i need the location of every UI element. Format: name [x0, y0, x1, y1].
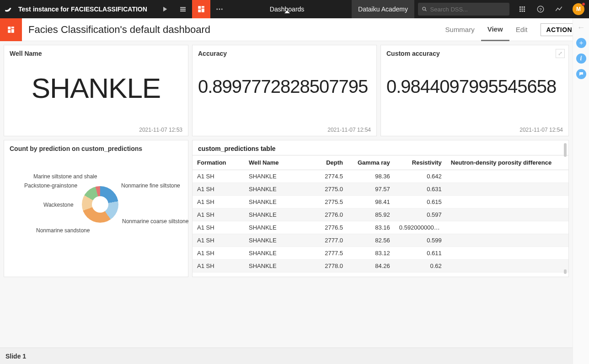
table-cell: 83.12	[348, 247, 395, 260]
dashboards-nav-button[interactable]	[192, 0, 210, 18]
donut-chart: Marine siltstone and shale Packstone-gra…	[4, 154, 188, 268]
tab-summary[interactable]: Summary	[439, 18, 481, 41]
academy-link[interactable]: Dataiku Academy	[352, 0, 414, 18]
tile-timestamp: 2021-11-07 12:53	[139, 127, 182, 133]
table-cell: 84.26	[348, 260, 395, 273]
table-cell: A1 SH	[193, 196, 244, 209]
expand-tile-button[interactable]: ⤢	[556, 49, 565, 58]
table-cell: 2778.0	[300, 260, 348, 273]
table-cell: 0.597	[395, 209, 446, 221]
table-cell: A1 SH	[193, 260, 244, 273]
tile-well-name[interactable]: Well Name SHANKLE 2021-11-07 12:53	[4, 45, 188, 136]
dashboard-canvas: Well Name SHANKLE 2021-11-07 12:53 Accur…	[0, 41, 573, 348]
comments-button[interactable]	[576, 69, 586, 79]
col-header[interactable]: Formation	[193, 155, 244, 170]
table-row[interactable]: A1 SHSHANKLE2777.082.560.599	[193, 234, 568, 247]
table-cell: 83.16	[348, 221, 395, 234]
jobs-button[interactable]	[174, 0, 192, 18]
tile-title: Count by prediction on custom_prediction…	[4, 140, 188, 154]
avatar-letter: M	[576, 6, 581, 12]
svg-point-2	[221, 9, 223, 10]
table-cell: 98.36	[348, 170, 395, 183]
table-cell: 2775.5	[300, 196, 348, 209]
table-cell: 0.615	[395, 196, 446, 209]
table-cell: A1 SH	[193, 183, 244, 196]
stack-icon	[179, 5, 187, 13]
svg-line-4	[425, 10, 427, 11]
tile-timestamp: 2021-11-07 12:54	[327, 127, 371, 133]
table-cell	[446, 247, 568, 260]
dashboard-title: Facies Classification's default dashboar…	[28, 24, 439, 36]
table-cell	[446, 260, 568, 273]
donut-ring	[82, 186, 118, 223]
table-cell: A1 SH	[193, 234, 244, 247]
dashboard-header: Facies Classification's default dashboar…	[0, 18, 589, 41]
col-header[interactable]: Gamma ray	[348, 155, 395, 170]
tile-predictions-table[interactable]: custom_predictions table Formation Well …	[192, 140, 569, 277]
table-cell: SHANKLE	[244, 221, 300, 234]
table-row[interactable]: A1 SHSHANKLE2775.097.570.631	[193, 183, 568, 196]
tab-edit[interactable]: Edit	[509, 18, 534, 41]
col-header[interactable]: Depth	[300, 155, 348, 170]
metric-value: SHANKLE	[4, 59, 188, 104]
table-row[interactable]: A1 SHSHANKLE2778.084.260.62	[193, 260, 568, 273]
play-button[interactable]	[155, 0, 174, 18]
search-icon	[422, 6, 428, 12]
table-cell: A1 SH	[193, 247, 244, 260]
table-row[interactable]: A1 SHSHANKLE2774.598.360.642	[193, 170, 568, 183]
add-button[interactable]: ＋	[576, 38, 586, 48]
table-row[interactable]: A1 SHSHANKLE2776.085.920.597	[193, 209, 568, 221]
table-cell: SHANKLE	[244, 209, 300, 221]
scroll-thumb[interactable]	[564, 143, 567, 157]
help-button[interactable]: ?	[531, 0, 550, 18]
table-scrollbar[interactable]	[564, 143, 567, 274]
apps-button[interactable]	[513, 0, 531, 18]
svg-point-1	[219, 9, 220, 10]
col-header[interactable]: Resistivity	[395, 155, 446, 170]
right-rail: ← ＋ i	[573, 18, 589, 364]
tile-prediction-chart[interactable]: Count by prediction on custom_prediction…	[4, 140, 188, 277]
slide-bar: Slide 1	[0, 348, 573, 364]
table-cell: SHANKLE	[244, 260, 300, 273]
table-cell	[446, 209, 568, 221]
slide-label[interactable]: Slide 1	[5, 353, 26, 360]
tab-view[interactable]: View	[481, 18, 509, 41]
table-row[interactable]: A1 SHSHANKLE2776.583.160.59200000000…	[193, 221, 568, 234]
chart-label: Packstone-grainstone	[24, 182, 77, 189]
activity-icon	[555, 5, 563, 13]
tile-timestamp: 2021-11-07 12:54	[519, 127, 563, 133]
chart-label: Nonmarine fine siltstone	[121, 182, 180, 189]
table-cell: 2777.5	[300, 247, 348, 260]
dashboard-icon	[197, 5, 205, 13]
global-search[interactable]	[418, 3, 509, 16]
table-cell: 97.57	[348, 183, 395, 196]
table-row[interactable]: A1 SHSHANKLE2777.583.120.611	[193, 247, 568, 260]
table-cell: 2775.0	[300, 183, 348, 196]
col-header[interactable]: Neutron-density porosity difference	[446, 155, 568, 170]
table-row[interactable]: A1 SHSHANKLE2775.598.410.615	[193, 196, 568, 209]
more-nav-button[interactable]	[210, 0, 229, 18]
dots-icon	[215, 5, 224, 13]
col-header[interactable]: Well Name	[244, 155, 300, 170]
table-cell: 0.631	[395, 183, 446, 196]
activity-button[interactable]	[550, 0, 568, 18]
tile-accuracy[interactable]: Accuracy 0.8997772828507795 2021-11-07 1…	[192, 45, 377, 136]
app-logo[interactable]	[0, 0, 16, 18]
table-cell: SHANKLE	[244, 170, 300, 183]
table-cell	[446, 183, 568, 196]
search-input[interactable]	[430, 6, 506, 13]
tile-custom-accuracy[interactable]: ⤢ Custom accuracy 0.9844097995545658 202…	[380, 45, 569, 136]
dashboards-breadcrumb[interactable]: Dashboards	[229, 5, 346, 13]
info-button[interactable]: i	[576, 54, 586, 64]
svg-point-3	[423, 7, 425, 10]
help-icon: ?	[536, 5, 545, 13]
table-cell	[446, 170, 568, 183]
table-cell: 2776.0	[300, 209, 348, 221]
collapse-rail-button[interactable]: ←	[577, 23, 585, 32]
scroll-thumb[interactable]	[564, 269, 567, 274]
project-name[interactable]: Test instance for FACIESCLASSIFICATION	[18, 5, 147, 13]
metric-value: 0.8997772828507795	[193, 59, 376, 97]
user-avatar[interactable]: M	[573, 3, 584, 15]
dashboard-header-icon	[0, 18, 22, 41]
table-cell: 85.92	[348, 209, 395, 221]
